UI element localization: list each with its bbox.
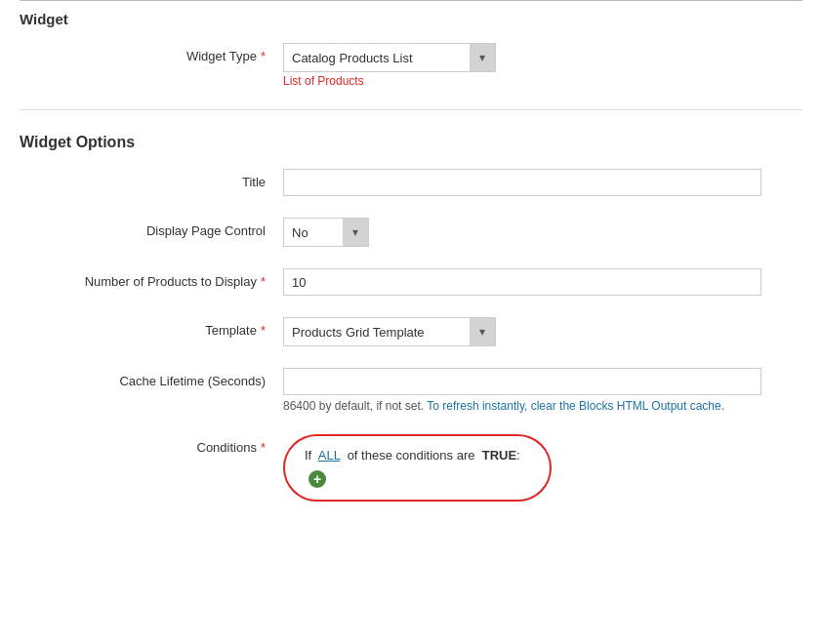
- widget-type-dropdown-arrow: [470, 44, 495, 71]
- cache-lifetime-row: Cache Lifetime (Seconds) 86400 by defaul…: [20, 368, 802, 413]
- title-input[interactable]: [283, 169, 761, 196]
- template-dropdown-arrow: [470, 318, 495, 345]
- widget-type-subtext: List of Products: [283, 74, 793, 88]
- conditions-oval: If ALL of these conditions are TRUE: +: [283, 434, 552, 502]
- conditions-row: Conditions* If ALL of these conditions a…: [20, 434, 802, 502]
- display-page-control-select-wrapper[interactable]: No: [283, 218, 369, 247]
- conditions-true: TRUE: [482, 448, 516, 463]
- num-products-field: [283, 268, 793, 296]
- widget-section-header: Widget: [20, 0, 802, 33]
- widget-type-field: Catalog Products List List of Products: [283, 43, 793, 88]
- display-page-control-label: Display Page Control: [29, 218, 283, 238]
- cache-clear-link[interactable]: To refresh instantly, clear the Blocks H…: [427, 399, 724, 413]
- title-row: Title: [20, 169, 802, 196]
- conditions-content: If ALL of these conditions are TRUE: +: [283, 434, 793, 502]
- display-page-control-dropdown-arrow: [343, 219, 368, 246]
- add-condition-button[interactable]: +: [308, 470, 326, 488]
- display-page-control-field: No: [283, 218, 793, 247]
- num-products-row: Number of Products to Display*: [20, 268, 802, 296]
- display-page-control-select[interactable]: No: [284, 219, 343, 246]
- cache-lifetime-label: Cache Lifetime (Seconds): [29, 368, 283, 388]
- add-condition-row: +: [305, 470, 520, 488]
- cache-lifetime-field: 86400 by default, if not set. To refresh…: [283, 368, 793, 413]
- display-page-control-row: Display Page Control No: [20, 218, 802, 247]
- widget-type-row: Widget Type* Catalog Products List List …: [20, 43, 802, 88]
- conditions-text: If ALL of these conditions are TRUE:: [305, 448, 520, 463]
- template-label: Template*: [29, 317, 283, 338]
- title-label: Title: [29, 169, 283, 189]
- cache-lifetime-input[interactable]: [283, 368, 761, 395]
- conditions-label: Conditions*: [29, 434, 283, 455]
- widget-type-label: Widget Type*: [29, 43, 283, 63]
- widget-options-title: Widget Options: [20, 134, 802, 151]
- page-container: Widget Widget Type* Catalog Products Lis…: [0, 0, 822, 502]
- cache-subtext: 86400 by default, if not set. To refresh…: [283, 399, 761, 413]
- title-field: [283, 169, 793, 196]
- widget-section-title: Widget: [20, 0, 68, 37]
- widget-type-select-wrapper[interactable]: Catalog Products List: [283, 43, 496, 72]
- template-field: Products Grid Template: [283, 317, 793, 346]
- conditions-all-link[interactable]: ALL: [318, 448, 341, 463]
- widget-type-select[interactable]: Catalog Products List: [284, 44, 470, 71]
- num-products-label: Number of Products to Display*: [29, 268, 283, 289]
- template-row: Template* Products Grid Template: [20, 317, 802, 346]
- num-products-input[interactable]: [283, 268, 761, 296]
- template-select[interactable]: Products Grid Template: [284, 318, 470, 345]
- widget-options-section-divider: Widget Options: [20, 109, 802, 151]
- template-select-wrapper[interactable]: Products Grid Template: [283, 317, 496, 346]
